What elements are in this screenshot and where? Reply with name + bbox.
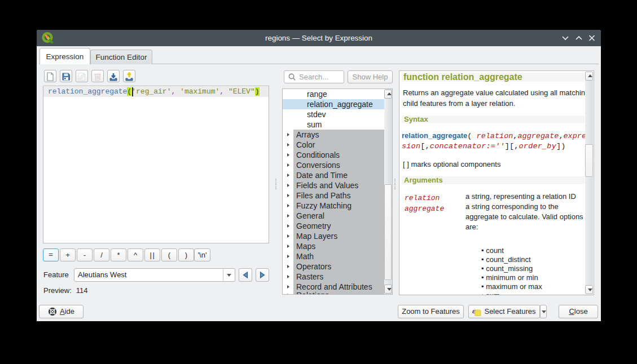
svg-text:ε: ε xyxy=(472,307,476,315)
